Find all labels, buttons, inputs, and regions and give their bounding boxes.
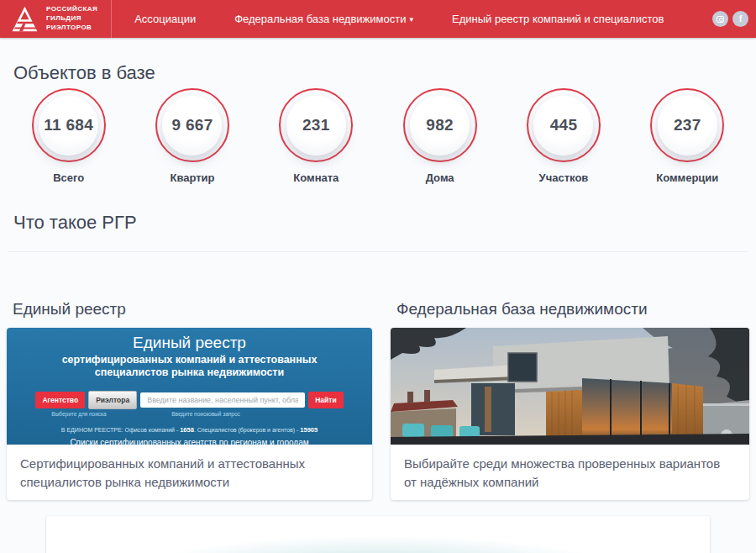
facebook-glyph: f [739, 14, 743, 24]
registry-title: Единый реестр [7, 300, 372, 319]
stat-value: 237 [674, 116, 701, 134]
stat-label: Участков [539, 171, 589, 184]
page: РОССИЙСКАЯ ГИЛЬДИЯ РИЭЛТОРОВ Ассоциации … [0, 0, 756, 553]
hint-choose: Выберите для поиска [51, 411, 106, 417]
widget-subtitle: сертифицированных компаний и аттестованн… [34, 354, 345, 380]
counts-mid: . Специалистов (брокеров и агентов) - [194, 427, 300, 433]
fedbase-card: Выбирайте среди множества проверенных ва… [391, 328, 749, 500]
registry-counts: В ЕДИНОМ РЕЕСТРЕ: Офисов компаний - 1658… [7, 426, 372, 434]
top-navbar: РОССИЙСКАЯ ГИЛЬДИЯ РИЭЛТОРОВ Ассоциации … [0, 0, 756, 38]
registry-search-input[interactable] [140, 392, 305, 408]
fedbase-column: Федеральная база недвижимости [391, 300, 749, 500]
section-divider [8, 251, 748, 252]
fedbase-title: Федеральная база недвижимости [391, 300, 749, 319]
stat-commercial: 237 Коммерции [626, 88, 749, 184]
stat-label: Всего [53, 171, 84, 184]
main-nav: Ассоциации Федеральная база недвижимости… [134, 0, 664, 38]
stat-circle: 231 [279, 88, 353, 162]
widget-controls: Агентство Риэлтора Найти [7, 391, 372, 409]
stat-circle: 11 684 [32, 88, 106, 162]
specialists-count: 15905 [300, 426, 318, 434]
find-button[interactable]: Найти [308, 392, 343, 408]
social-links: f [712, 0, 756, 38]
registry-column: Единый реестр Единый реестр сертифициров… [7, 300, 372, 500]
stats-row: 11 684 Всего 9 667 Квартир 231 Комната 9… [0, 88, 756, 184]
stat-total: 11 684 Всего [7, 88, 130, 184]
stat-label: Дома [426, 171, 454, 184]
logo-text: РОССИЙСКАЯ ГИЛЬДИЯ РИЭЛТОРОВ [46, 5, 97, 32]
stat-label: Коммерции [656, 171, 718, 184]
logo[interactable]: РОССИЙСКАЯ ГИЛЬДИЯ РИЭЛТОРОВ [0, 0, 112, 38]
realtor-button[interactable]: Риэлтора [88, 391, 137, 409]
widget-title: Единый реестр [7, 334, 372, 352]
nav-item-federal-base[interactable]: Федеральная база недвижимости ▾ [234, 13, 413, 25]
widget-hints: Выберите для поиска Введите поисковый за… [7, 411, 372, 419]
stat-circle: 9 667 [155, 88, 229, 162]
house-photo [391, 328, 749, 445]
stat-label: Комната [293, 171, 339, 184]
registry-widget: Единый реестр сертифицированных компаний… [7, 328, 372, 445]
agents-lists-link[interactable]: Списки сертифицированных агентств по рег… [70, 438, 308, 447]
stat-circle: 237 [650, 88, 724, 162]
registry-card: Единый реестр сертифицированных компаний… [7, 328, 372, 500]
stat-value: 231 [302, 116, 330, 134]
camera-glyph [717, 16, 724, 23]
stat-circle: 982 [403, 88, 477, 162]
chevron-down-icon: ▾ [409, 16, 413, 24]
hint-query: Введите поисковый запрос [171, 411, 240, 417]
nav-item-label: Федеральная база недвижимости [234, 13, 406, 25]
stat-label: Квартир [170, 171, 214, 184]
stat-houses: 982 Дома [378, 88, 501, 184]
stat-plots: 445 Участков [501, 88, 625, 184]
counts-prefix: В ЕДИНОМ РЕЕСТРЕ: Офисов компаний - [61, 427, 180, 433]
stat-circle: 445 [527, 88, 601, 162]
stats-section-title: Объектов в базе [13, 62, 756, 84]
stat-rooms: 231 Комната [255, 88, 378, 184]
agency-button[interactable]: Агентство [35, 392, 85, 408]
stat-value: 982 [426, 116, 454, 134]
bottom-card [46, 516, 710, 553]
stat-value: 11 684 [44, 116, 93, 134]
nav-item-label: Единый реестр компаний и специалистов [452, 13, 664, 25]
nav-item-associations[interactable]: Ассоциации [134, 13, 196, 25]
facebook-icon[interactable]: f [732, 11, 748, 27]
nav-item-label: Ассоциации [134, 13, 196, 25]
stat-apartments: 9 667 Квартир [130, 88, 254, 184]
registry-caption: Сертифицированных компаний и аттестованн… [7, 445, 372, 500]
stat-value: 9 667 [171, 116, 213, 134]
rgr-logo-icon [11, 5, 39, 33]
map-image [130, 536, 626, 553]
about-section-title: Что такое РГР [13, 212, 756, 234]
stat-value: 445 [550, 116, 578, 134]
instagram-icon[interactable] [712, 11, 728, 27]
fedbase-caption: Выбирайте среди множества проверенных ва… [391, 445, 749, 500]
nav-item-registry[interactable]: Единый реестр компаний и специалистов [452, 13, 664, 25]
cards-grid: Единый реестр Единый реестр сертифициров… [0, 300, 756, 500]
offices-count: 1658 [180, 426, 194, 434]
